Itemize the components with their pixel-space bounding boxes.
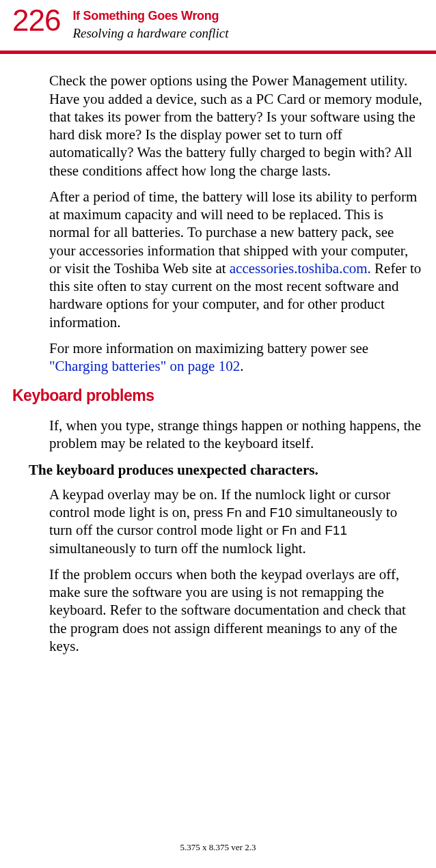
paragraph: For more information on maximizing batte…	[49, 339, 422, 376]
page-footer: 5.375 x 8.375 ver 2.3	[0, 842, 436, 853]
header-titles: If Something Goes Wrong Resolving a hard…	[72, 5, 228, 41]
text-run: and	[242, 504, 270, 520]
chapter-title: If Something Goes Wrong	[72, 8, 228, 24]
link-charging-batteries[interactable]: "Charging batteries" on page 102	[49, 358, 240, 374]
section-subtitle: Resolving a hardware conflict	[72, 25, 228, 42]
text-run: simultaneously to turn off the numlock l…	[49, 540, 306, 557]
paragraph: A keypad overlay may be on. If the numlo…	[49, 486, 422, 557]
page-header: 226 If Something Goes Wrong Resolving a …	[0, 0, 436, 41]
text-run: and	[297, 522, 325, 538]
link-accessories[interactable]: accessories.toshiba.com.	[230, 260, 371, 277]
text-run: For more information on maximizing batte…	[49, 340, 368, 356]
page-content: Check the power options using the Power …	[0, 54, 436, 655]
paragraph: After a period of time, the battery will…	[49, 188, 422, 331]
sub-heading: The keyboard produces unexpected charact…	[29, 461, 422, 479]
page-number: 226	[12, 5, 60, 36]
paragraph: If the problem occurs when both the keyp…	[49, 565, 422, 655]
key-f10: F10	[270, 505, 292, 520]
key-f11: F11	[325, 523, 347, 537]
key-fn: Fn	[227, 505, 242, 520]
paragraph: If, when you type, strange things happen…	[49, 417, 422, 453]
text-run: .	[240, 358, 243, 374]
section-heading-keyboard: Keyboard problems	[12, 386, 422, 406]
paragraph: Check the power options using the Power …	[49, 72, 422, 180]
key-fn: Fn	[282, 523, 297, 537]
